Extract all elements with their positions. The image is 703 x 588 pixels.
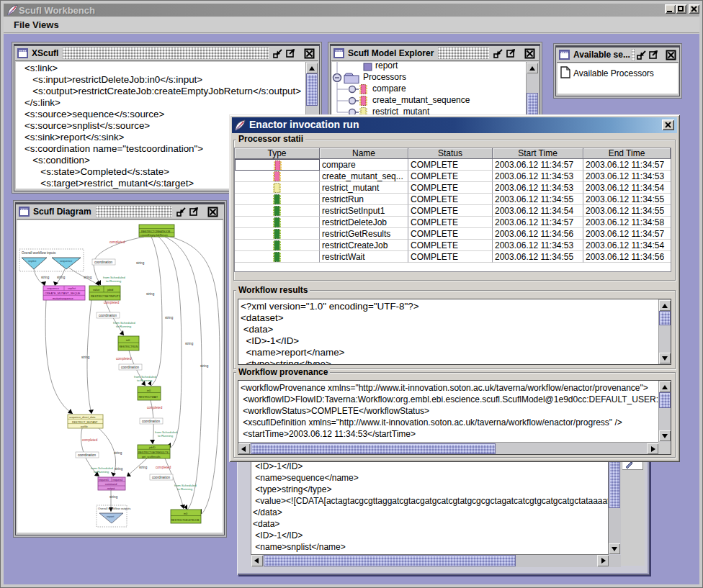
svg-text:completed: completed: [82, 438, 98, 442]
svg-text:outfile: outfile: [81, 425, 88, 428]
svg-text:jobID: jobID: [148, 446, 156, 449]
svg-text:RESTRICTGETRESULTS: RESTRICTGETRESULTS: [138, 451, 169, 454]
svg-text:report: report: [107, 515, 115, 518]
svg-text:request2: request2: [113, 479, 123, 481]
svg-text:string: string: [165, 316, 174, 320]
svg-text:output: output: [107, 487, 115, 490]
svg-text:string: string: [136, 261, 145, 265]
svg-text:createEmptyJobReturn: createEmptyJobReturn: [140, 234, 168, 237]
svg-text:to:Running: to:Running: [177, 487, 193, 491]
svg-text:coordination: coordination: [78, 453, 96, 457]
svg-text:completed: completed: [104, 301, 120, 304]
svg-text:sequence_direct_data: sequence_direct_data: [69, 416, 96, 419]
svg-text:Overall workflow outputs: Overall workflow outputs: [98, 507, 131, 510]
svg-text:snplist: snplist: [28, 259, 37, 263]
svg-text:RESTRICTWAIT: RESTRICTWAIT: [139, 396, 159, 399]
svg-text:RESTRICTSETINPUT1: RESTRICTSETINPUT1: [91, 294, 120, 298]
svg-text:coordination: coordination: [152, 476, 170, 479]
svg-text:to:Running: to:Running: [158, 434, 174, 438]
svg-text:RESTRICTCREATEJOB: RESTRICTCREATEJOB: [141, 230, 171, 233]
svg-text:coordination: coordination: [121, 366, 139, 369]
svg-text:in0: in0: [184, 512, 188, 515]
svg-text:string: string: [84, 276, 92, 279]
svg-text:completed: completed: [109, 240, 125, 244]
svg-text:coordination: coordination: [99, 314, 117, 317]
svg-text:string: string: [200, 364, 209, 368]
svg-text:string: string: [185, 342, 194, 345]
svg-text:mutantsequence: mutantsequence: [53, 297, 73, 300]
svg-text:string: string: [109, 495, 118, 499]
svg-text:completed: completed: [156, 466, 171, 469]
svg-text:string: string: [114, 451, 122, 455]
svg-text:string: string: [81, 356, 90, 359]
svg-text:completed: completed: [147, 406, 163, 410]
svg-text:to:Running: to:Running: [116, 325, 132, 328]
svg-text:RESTRICTRUN: RESTRICTRUN: [120, 345, 138, 348]
svg-text:to:Running: to:Running: [137, 379, 153, 382]
svg-text:in0: in0: [147, 389, 151, 392]
svg-text:string: string: [146, 292, 155, 296]
svg-text:completed: completed: [116, 357, 132, 361]
svg-text:coordination: coordination: [142, 420, 160, 423]
svg-text:get_scuflresults: get_scuflresults: [142, 456, 161, 458]
svg-text:to:Running: to:Running: [94, 470, 109, 474]
svg-text:value: value: [93, 288, 99, 291]
svg-text:jobid: jobid: [107, 288, 113, 291]
svg-text:sequence: sequence: [60, 259, 73, 263]
svg-text:Overall workflow inputs: Overall workflow inputs: [22, 251, 56, 255]
svg-text:to:Running: to:Running: [106, 279, 122, 283]
svg-text:snplist: snplist: [68, 286, 76, 290]
svg-text:request1: request1: [99, 479, 109, 481]
svg-text:RESTRICTDELETEJOB: RESTRICTDELETEJOB: [171, 519, 200, 522]
svg-text:sequence: sequence: [47, 286, 59, 290]
svg-text:string: string: [41, 276, 50, 279]
svg-text:string: string: [57, 276, 66, 279]
svg-text:string: string: [139, 466, 148, 469]
svg-text:command: command: [105, 483, 117, 486]
svg-text:RESTRICT_MUTANT: RESTRICT_MUTANT: [72, 421, 98, 424]
svg-text:string: string: [115, 467, 123, 471]
svg-text:coordination: coordination: [94, 261, 112, 264]
svg-text:CREATE_MUTANT_SEQUE: CREATE_MUTANT_SEQUE: [45, 291, 81, 295]
svg-text:in0: in0: [126, 338, 130, 342]
